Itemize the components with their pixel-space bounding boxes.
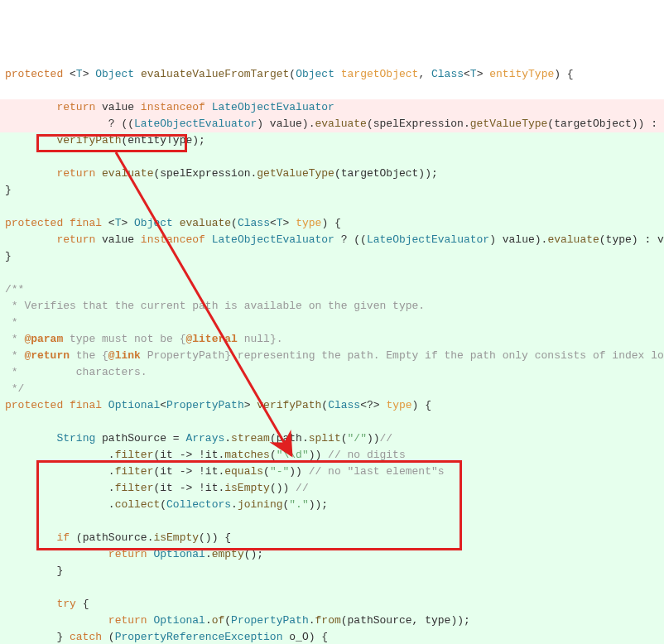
code-line: * @param type must not be {@literal null… <box>0 331 664 348</box>
code-line: try { <box>0 596 664 613</box>
code-line: return value instanceof LateObjectEvalua… <box>0 99 664 116</box>
code-line <box>0 265 664 281</box>
code-line <box>0 579 664 596</box>
code-line: .collect(Collectors.joining(".")); <box>0 497 664 513</box>
code-line: ? ((LateObjectEvaluator) value).evaluate… <box>0 116 664 132</box>
code-line: * @return the {@link PropertyPath} repre… <box>0 348 664 364</box>
code-line: .filter(it -> !it.matches("\\d")) // no … <box>0 447 664 464</box>
code-line: } <box>0 182 664 199</box>
code-line <box>0 513 664 530</box>
code-line <box>0 149 664 166</box>
code-line: .filter(it -> !it.isEmpty()) // <box>0 480 664 497</box>
code-line: String pathSource = Arrays.stream(path.s… <box>0 430 664 447</box>
code-line: verifyPath(entityType); <box>0 132 664 149</box>
code-line: return evaluate(spelExpression.getValueT… <box>0 166 664 182</box>
code-line: protected final Optional<PropertyPath> v… <box>0 397 664 414</box>
code-line <box>0 83 664 99</box>
code-line: .filter(it -> !it.equals("-")) // no "la… <box>0 464 664 480</box>
code-line: return Optional.empty(); <box>0 546 664 563</box>
code-line: * <box>0 315 664 331</box>
code-line: * Verifies that the current path is avai… <box>0 298 664 315</box>
code-line: /** <box>0 281 664 298</box>
code-line: protected <T> Object evaluateValueFromTa… <box>0 66 664 83</box>
code-line: return value instanceof LateObjectEvalua… <box>0 232 664 248</box>
code-line: * characters. <box>0 364 664 381</box>
code-line: } <box>0 563 664 579</box>
code-line: if (pathSource.isEmpty()) { <box>0 530 664 546</box>
code-line: */ <box>0 381 664 397</box>
code-line: } catch (PropertyReferenceException o_O)… <box>0 629 664 644</box>
code-line: protected final <T> Object evaluate(Clas… <box>0 215 664 232</box>
code-line <box>0 199 664 215</box>
code-line <box>0 414 664 430</box>
code-line: } <box>0 248 664 265</box>
code-line: return Optional.of(PropertyPath.from(pat… <box>0 613 664 629</box>
code-diff-view: protected <T> Object evaluateValueFromTa… <box>0 66 664 644</box>
